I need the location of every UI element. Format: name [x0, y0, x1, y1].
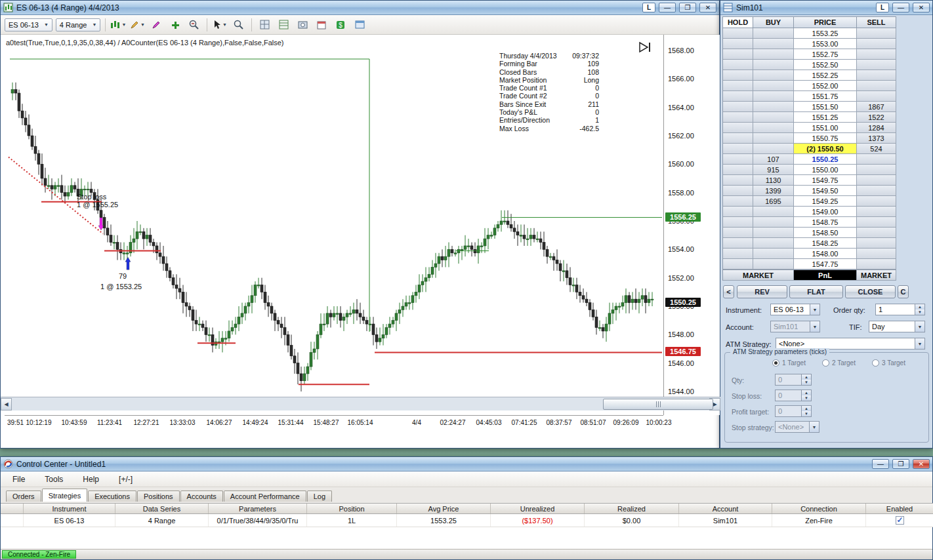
buy-cell[interactable]: [753, 70, 794, 81]
price-cell[interactable]: 1548.25: [794, 238, 857, 249]
chart-area[interactable]: a0test(True,True,0,1,9,35,0,38,44) / A0C…: [1, 35, 719, 448]
sell-header[interactable]: SELL: [857, 17, 896, 28]
cell-avg-price[interactable]: 1553.25: [397, 514, 491, 527]
price-cell[interactable]: 1550.75: [794, 133, 857, 144]
zoom-in-icon[interactable]: [231, 18, 247, 31]
data-grid-icon[interactable]: [276, 18, 291, 31]
tab-executions[interactable]: Executions: [88, 490, 136, 502]
row-selector-header[interactable]: [1, 504, 24, 513]
hold-cell[interactable]: [723, 28, 753, 39]
table-row[interactable]: ES 06-134 Range0/1/True/38/44/9/35/0/Tru…: [1, 514, 933, 527]
price-cell[interactable]: 1549.00: [794, 207, 857, 217]
chevron-down-icon[interactable]: ▼: [809, 422, 819, 432]
cursor-icon[interactable]: ▼: [212, 18, 228, 31]
interval-select[interactable]: 4 Range ▼: [56, 18, 101, 31]
tab-positions[interactable]: Positions: [137, 490, 180, 502]
snapshot-icon[interactable]: [295, 18, 310, 31]
buy-cell[interactable]: 1130: [753, 175, 794, 186]
column-header-connection[interactable]: Connection: [772, 504, 866, 513]
market-buy-button[interactable]: MARKET: [723, 270, 794, 281]
buy-cell[interactable]: [753, 102, 794, 112]
stepper-up-icon[interactable]: ▲: [802, 406, 811, 411]
sell-cell[interactable]: [857, 196, 896, 207]
price-cell[interactable]: 1551.75: [794, 91, 857, 102]
stepper-buttons[interactable]: ▲▼: [915, 304, 924, 315]
sell-cell[interactable]: [857, 154, 896, 165]
buy-cell[interactable]: [753, 81, 794, 91]
time-axis[interactable]: 39:5110:12:1910:43:5911:23:4112:27:2113:…: [5, 415, 663, 431]
sell-cell[interactable]: 1522: [857, 112, 896, 123]
hold-cell[interactable]: [723, 154, 753, 165]
buy-cell[interactable]: 915: [753, 165, 794, 175]
chevron-down-icon[interactable]: ▼: [810, 321, 819, 332]
buy-cell[interactable]: [753, 144, 794, 154]
menu-item-help[interactable]: Help: [83, 475, 99, 484]
buy-cell[interactable]: [753, 39, 794, 49]
price-cell[interactable]: 1551.50: [794, 102, 857, 112]
zoom-out-icon[interactable]: [186, 18, 202, 31]
buy-cell[interactable]: [753, 91, 794, 102]
pnl-display[interactable]: PnL: [794, 270, 857, 281]
price-cell[interactable]: 1550.00: [794, 165, 857, 175]
drawing-tools-icon[interactable]: ▼: [129, 18, 145, 31]
sell-cell[interactable]: [857, 259, 896, 270]
stepper-buttons[interactable]: ▲▼: [801, 390, 811, 401]
cell-position[interactable]: 1L: [307, 514, 397, 527]
tab-accounts[interactable]: Accounts: [180, 490, 223, 502]
buy-cell[interactable]: [753, 259, 794, 270]
price-cell[interactable]: 1552.75: [794, 49, 857, 60]
hold-cell[interactable]: [723, 70, 753, 81]
buy-cell[interactable]: [753, 228, 794, 238]
hold-cell[interactable]: [723, 112, 753, 123]
marker-icon[interactable]: [148, 18, 164, 31]
buy-cell[interactable]: 1399: [753, 186, 794, 196]
rev-button[interactable]: REV: [737, 285, 787, 298]
cell-data-series[interactable]: 4 Range: [115, 514, 209, 527]
buy-cell[interactable]: [753, 249, 794, 259]
stop-strategy-select[interactable]: <None> ▼: [775, 421, 819, 433]
maximize-button[interactable]: ❐: [892, 459, 909, 469]
menu-item-[interactable]: [+/-]: [119, 475, 133, 484]
stepper-down-icon[interactable]: ▼: [802, 395, 811, 401]
flat-button[interactable]: FLAT: [789, 285, 843, 298]
minimize-button[interactable]: —: [892, 3, 909, 12]
link-button[interactable]: L: [876, 3, 889, 12]
price-cell[interactable]: 1553.25: [794, 28, 857, 39]
replay-icon[interactable]: [638, 41, 655, 57]
hold-cell[interactable]: [723, 60, 753, 70]
stepper-down-icon[interactable]: ▼: [802, 411, 811, 416]
column-header-position[interactable]: Position: [307, 504, 397, 513]
sell-cell[interactable]: [857, 28, 896, 39]
cell-account[interactable]: Sim101: [679, 514, 772, 527]
sell-cell[interactable]: [857, 49, 896, 60]
chart-style-icon[interactable]: ▼: [110, 18, 126, 31]
price-cell[interactable]: 1551.25: [794, 112, 857, 123]
dom-titlebar[interactable]: Sim101 L — ✕: [720, 1, 932, 15]
price-cell[interactable]: 1550.25: [794, 154, 857, 165]
hold-cell[interactable]: [723, 196, 753, 207]
instrument-select[interactable]: ES 06-13 ▼: [5, 18, 52, 31]
tab-strategies[interactable]: Strategies: [42, 489, 88, 502]
sell-cell[interactable]: [857, 81, 896, 91]
hold-cell[interactable]: [723, 49, 753, 60]
dollar-icon[interactable]: $: [333, 18, 348, 31]
price-cell[interactable]: 1548.00: [794, 249, 857, 259]
close-button[interactable]: ✕: [913, 3, 930, 12]
sell-cell[interactable]: [857, 228, 896, 238]
buy-cell[interactable]: 107: [753, 154, 794, 165]
sell-cell[interactable]: [857, 165, 896, 175]
menu-item-file[interactable]: File: [12, 475, 25, 484]
stepper-buttons[interactable]: ▲▼: [801, 374, 811, 385]
hold-cell[interactable]: [723, 165, 753, 175]
price-cell[interactable]: 1548.75: [794, 217, 857, 228]
close-button[interactable]: ✕: [913, 459, 930, 469]
tab-log[interactable]: Log: [307, 490, 332, 502]
cell-enabled[interactable]: [866, 514, 933, 527]
buy-cell[interactable]: [753, 49, 794, 60]
buy-cell[interactable]: 1695: [753, 196, 794, 207]
cc-titlebar[interactable]: Control Center - Untitled1 — ❐ ✕: [1, 457, 932, 471]
price-header[interactable]: PRICE: [794, 17, 857, 28]
qty-stepper[interactable]: 0 ▲▼: [775, 374, 812, 386]
calendar-icon[interactable]: [314, 18, 329, 31]
price-cell[interactable]: (2) 1550.50: [794, 144, 857, 154]
